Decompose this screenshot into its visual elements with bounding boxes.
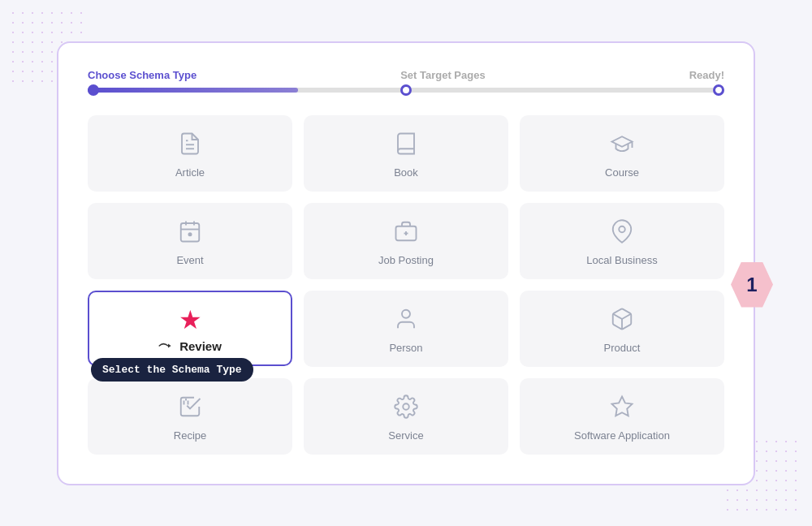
schema-card-person[interactable]: Person [304,291,508,367]
tooltip-container: Select the Schema Type [91,358,253,382]
step-label-target: Set Target Pages [400,69,486,81]
schema-card-recipe[interactable]: Recipe [88,378,292,455]
service-label: Service [388,429,423,442]
service-icon [394,394,418,423]
schema-card-book[interactable]: Book [304,115,508,192]
person-label: Person [389,342,422,354]
article-label: Article [175,166,205,179]
progress-bar [88,88,724,93]
software-application-icon [610,394,634,423]
step-dot-3 [713,84,724,96]
product-label: Product [604,342,641,354]
recipe-icon [178,394,202,423]
local-business-icon [610,219,634,248]
person-icon [394,307,418,335]
schema-card-article[interactable]: Article [88,115,292,192]
review-wrapper: ★ Review Select the Schema Type [88,291,292,367]
schema-card-job-posting[interactable]: Job Posting [304,203,508,279]
svg-point-18 [403,403,409,410]
step-dot-1 [88,84,99,96]
schema-card-event[interactable]: Event [88,203,292,279]
step-label-ready: Ready! [689,69,724,81]
svg-marker-11 [168,344,171,348]
svg-marker-19 [612,396,633,416]
schema-card-software-application[interactable]: Software Application [520,378,724,455]
review-icon: ★ [179,307,202,333]
course-label: Course [605,166,639,179]
step-dot-2 [400,84,412,96]
schema-card-service[interactable]: Service [304,378,508,455]
book-icon [394,132,418,160]
course-icon [610,132,634,160]
article-icon [178,132,202,160]
review-label: Review [158,339,222,353]
event-label: Event [176,254,203,266]
recipe-label: Recipe [174,429,206,442]
svg-point-6 [188,232,192,236]
schema-card-product[interactable]: Product [520,291,724,367]
svg-point-12 [402,309,410,317]
step-label-choose: Choose Schema Type [88,69,197,81]
schema-card-local-business[interactable]: Local Business [520,203,724,279]
schema-grid: Article Book [88,115,724,455]
step-badge: 1 [731,262,773,308]
schema-card-review[interactable]: ★ Review [88,291,292,366]
progress-section: Choose Schema Type Set Target Pages Read… [88,69,724,93]
step-labels: Choose Schema Type Set Target Pages Read… [88,69,724,81]
software-application-label: Software Application [574,429,670,442]
svg-point-10 [619,226,625,232]
book-label: Book [394,166,418,179]
step-badge-container: 1 [731,262,773,308]
product-icon [610,307,634,335]
job-posting-label: Job Posting [378,254,434,266]
job-posting-icon [394,219,418,248]
event-icon [178,219,202,248]
progress-dots [88,84,724,96]
main-panel: Choose Schema Type Set Target Pages Read… [57,41,755,485]
tooltip-bubble: Select the Schema Type [91,358,253,382]
local-business-label: Local Business [586,254,657,266]
schema-card-course[interactable]: Course [520,115,724,192]
